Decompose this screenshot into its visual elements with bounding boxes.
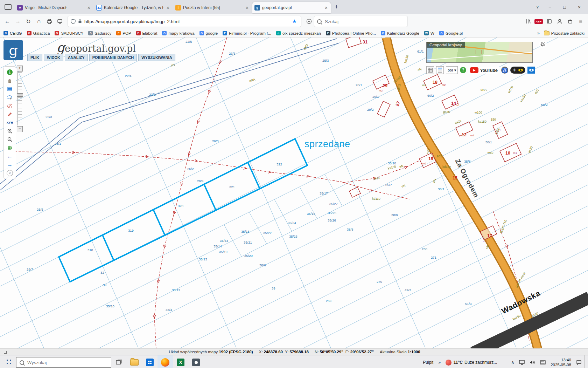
zoom-in-button[interactable] <box>5 127 14 135</box>
bookmark-item[interactable]: GGalactica <box>27 31 50 35</box>
attribute-table-button[interactable] <box>5 85 14 93</box>
map-canvas[interactable]: 22/523/325/361/128/122/423/229/129/222/3… <box>0 38 588 349</box>
youtube-button[interactable]: ▶YouTube <box>468 67 499 74</box>
tab-close-icon[interactable]: × <box>324 5 329 11</box>
menu-pobieranie-danych[interactable]: POBIERANIE DANYCH <box>89 54 137 61</box>
taskbar-search-box[interactable] <box>16 357 111 368</box>
tab-geoportal[interactable]: g geoportal.gov.pl × <box>252 2 331 13</box>
zoom-slider-track[interactable] <box>18 72 22 125</box>
display-tray-icon[interactable] <box>517 355 527 368</box>
account-icon[interactable] <box>554 16 565 27</box>
reload-button[interactable]: ↻ <box>23 16 34 27</box>
bookmark-item[interactable]: GKalendarz Google <box>381 31 419 35</box>
clear-selection-button[interactable]: × <box>5 169 14 177</box>
bookmark-item[interactable]: FFirmino.pl - Program f... <box>223 31 271 35</box>
bookmark-item[interactable]: PPhotopea | Online Pho... <box>326 31 376 35</box>
forward-button[interactable]: → <box>13 16 23 27</box>
excel-button[interactable]: X <box>173 355 188 368</box>
overview-minimap[interactable]: Geoportal krajowy <box>426 42 533 63</box>
tab-virgo[interactable]: V Virgo - Michał Dzięcioł × <box>15 2 93 13</box>
firefox-view-button[interactable] <box>3 2 13 12</box>
browser-search-input[interactable] <box>324 19 405 25</box>
next-view-button[interactable]: → <box>5 161 14 169</box>
padlock-icon[interactable] <box>78 19 82 24</box>
geoportal-logo-icon[interactable]: g <box>4 40 23 60</box>
tab-close-icon[interactable]: × <box>245 5 250 11</box>
photos-button[interactable] <box>188 355 204 368</box>
tracking-shield-icon[interactable] <box>71 19 76 24</box>
desktop-toolbar-expand-icon[interactable]: » <box>436 355 443 368</box>
list-all-tabs-icon[interactable]: ∨ <box>533 5 542 9</box>
url-text[interactable]: https://mapy.geoportal.gov.pl/imap/Imgp_… <box>84 19 291 24</box>
pocket-icon[interactable] <box>304 16 314 27</box>
menu-widok[interactable]: WIDOK <box>44 54 63 61</box>
bookmark-item[interactable]: GGoogle.pl <box>439 31 463 35</box>
taskbar-search-input[interactable] <box>27 360 108 366</box>
visibility-button[interactable] <box>527 67 535 74</box>
ms-store-button[interactable] <box>142 355 158 368</box>
help-button[interactable]: ? <box>460 67 466 73</box>
weather-widget[interactable]: 11°C Duże zachmurz... <box>443 355 499 368</box>
zoom-slider-minus[interactable]: − <box>17 126 23 132</box>
task-view-button[interactable] <box>111 355 127 368</box>
adblock-icon[interactable]: ABP <box>533 16 544 27</box>
sidebar-icon[interactable] <box>544 16 554 27</box>
print-icon[interactable] <box>44 16 55 27</box>
tab-close-icon[interactable]: × <box>166 5 170 11</box>
zoom-out-button[interactable] <box>5 135 14 144</box>
bookmarks-overflow-icon[interactable]: » <box>537 30 540 36</box>
bookmark-item[interactable]: WW <box>424 31 434 35</box>
menu-hamburger-icon[interactable]: ≡ <box>575 16 586 27</box>
tab-poczta[interactable]: i Poczta w Interii (55) × <box>173 2 252 13</box>
library-icon[interactable] <box>523 16 533 27</box>
full-extent-button[interactable] <box>5 144 14 152</box>
bookmark-item[interactable]: SSadurscy <box>88 31 111 35</box>
bookmark-item[interactable]: EElaborat <box>136 31 158 35</box>
screenshot-icon[interactable] <box>55 16 65 27</box>
other-bookmarks-folder[interactable]: Pozostałe zakładki <box>544 31 584 35</box>
deselect-button[interactable] <box>5 102 14 110</box>
pan-button[interactable] <box>5 76 14 85</box>
info-button[interactable]: i <box>5 68 14 76</box>
language-select[interactable]: pol▾ <box>446 66 458 74</box>
extensions-puzzle-icon[interactable] <box>565 16 575 27</box>
bookmark-item[interactable]: CCEIdG <box>4 31 22 35</box>
expand-corner-button[interactable] <box>3 350 7 354</box>
bookmark-star-icon[interactable]: ★ <box>291 18 298 25</box>
select-button[interactable] <box>5 93 14 102</box>
url-bar[interactable]: https://mapy.geoportal.gov.pl/imap/Imgp_… <box>68 16 301 27</box>
hidden-icons-chevron[interactable]: ∧ <box>509 355 516 368</box>
menu-analizy[interactable]: ANALIZY <box>65 54 88 61</box>
desktop-toolbar-label[interactable]: Pulpit <box>421 355 435 368</box>
bookmark-item[interactable]: oolx sprzedz mieszkan <box>276 31 321 35</box>
start-button[interactable] <box>0 355 16 368</box>
minimize-button[interactable]: − <box>542 1 557 13</box>
notification-center-button[interactable] <box>574 355 584 368</box>
menu-plik[interactable]: PLIK <box>27 54 42 61</box>
bookmark-item[interactable]: SSADURSCY <box>55 31 83 35</box>
file-explorer-button[interactable] <box>127 355 142 368</box>
back-button[interactable]: ← <box>2 16 13 27</box>
show-desktop-strip[interactable] <box>584 355 587 368</box>
zoom-slider-plus[interactable]: + <box>17 66 23 71</box>
previous-view-button[interactable]: ← <box>5 152 14 161</box>
grid-tool-button[interactable] <box>426 66 434 74</box>
volume-tray-icon[interactable] <box>527 355 537 368</box>
bookmark-item[interactable]: Ggoogle <box>200 31 218 35</box>
calculator-button[interactable] <box>436 66 444 74</box>
xyh-button[interactable]: XYH <box>5 118 14 127</box>
measure-button[interactable] <box>5 110 14 118</box>
bookmark-item[interactable]: Gmapy krakowa <box>162 31 194 35</box>
zoom-slider-thumb[interactable] <box>17 93 23 97</box>
maximize-button[interactable]: □ <box>557 1 572 13</box>
keyboard-tray-icon[interactable] <box>538 355 548 368</box>
settings-gear-button[interactable] <box>539 40 547 48</box>
flight-eye-pill[interactable]: ✈ <box>510 67 525 74</box>
tab-kalendarz[interactable]: 31 Kalendarz Google - Tydzień, w ł × <box>94 2 173 13</box>
browser-search-box[interactable] <box>314 16 407 27</box>
bookmark-item[interactable]: PPOP <box>116 31 131 35</box>
clock[interactable]: 13:40 2025-05-08 <box>548 355 573 368</box>
close-button[interactable]: × <box>572 1 587 13</box>
tab-close-icon[interactable]: × <box>86 5 91 11</box>
firefox-button[interactable] <box>158 355 173 368</box>
